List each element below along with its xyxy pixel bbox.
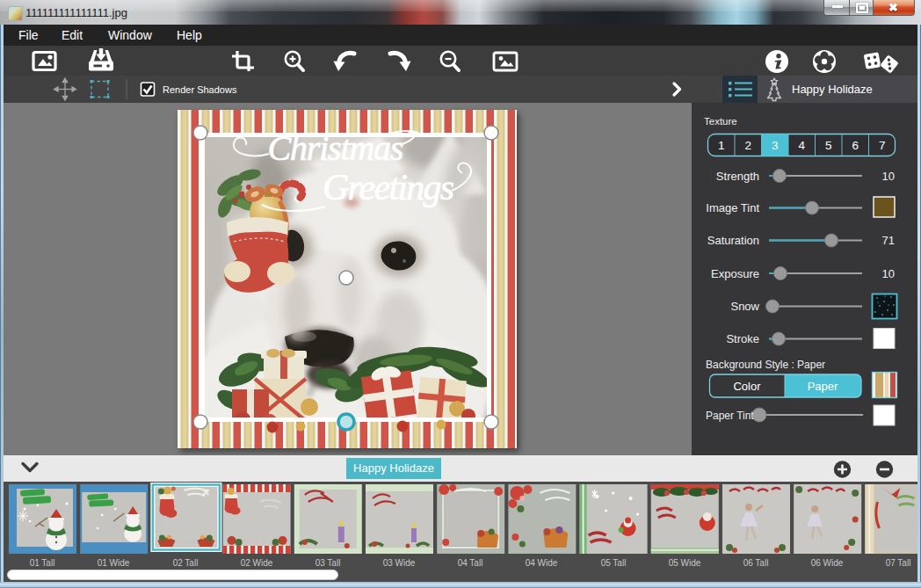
svg-text:07 Tall: 07 Tall [886,558,911,568]
svg-text:04 Tall: 04 Tall [458,558,483,568]
svg-text:1: 1 [718,139,725,152]
svg-text:10: 10 [882,267,895,280]
svg-text:Paper: Paper [808,380,838,393]
svg-text:71: 71 [882,234,895,247]
svg-text:5: 5 [825,139,832,152]
svg-text:Texture: Texture [704,116,737,127]
svg-text:4: 4 [798,139,805,152]
svg-text:04 Wide: 04 Wide [526,558,558,568]
svg-text:Background Style : Paper: Background Style : Paper [706,359,825,371]
svg-text:02 Tall: 02 Tall [173,558,199,568]
svg-text:10: 10 [882,170,895,183]
svg-text:Strength: Strength [716,170,759,183]
svg-text:Paper Tint: Paper Tint [706,410,754,422]
svg-text:06 Tall: 06 Tall [743,558,769,568]
svg-text:3: 3 [772,139,779,152]
svg-text:Saturation: Saturation [707,234,759,247]
svg-text:05 Tall: 05 Tall [601,558,627,568]
svg-text:Christmas: Christmas [268,128,404,168]
svg-text:6: 6 [852,139,859,152]
svg-text:03 Wide: 03 Wide [383,558,416,568]
svg-text:Snow: Snow [730,300,759,313]
svg-text:05 Wide: 05 Wide [669,558,701,568]
svg-text:Stroke: Stroke [726,332,759,345]
svg-text:Exposure: Exposure [711,267,759,280]
svg-text:Image Tint: Image Tint [706,201,759,214]
svg-text:7: 7 [879,139,886,152]
svg-text:Greetings: Greetings [323,167,454,207]
svg-text:01 Wide: 01 Wide [98,558,130,568]
svg-text:03 Tall: 03 Tall [315,558,341,568]
svg-text:01 Tall: 01 Tall [30,558,55,568]
svg-text:2: 2 [744,139,751,152]
svg-text:02 Wide: 02 Wide [241,558,273,568]
svg-text:Render Shadows: Render Shadows [163,84,237,95]
svg-text:Color: Color [733,380,761,393]
svg-text:06 Wide: 06 Wide [811,558,844,568]
